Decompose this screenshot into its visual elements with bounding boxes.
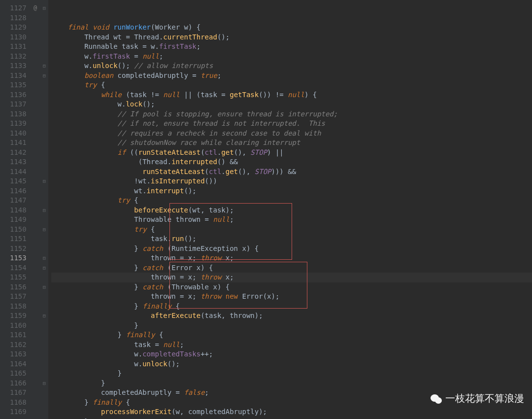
gutter-override-cell bbox=[31, 282, 40, 292]
code-line[interactable]: Runnable task = w.firstTask; bbox=[51, 42, 532, 52]
gutter-override-cell bbox=[31, 215, 40, 225]
fold-toggle-icon[interactable] bbox=[40, 61, 48, 71]
fold-toggle-icon[interactable] bbox=[40, 263, 48, 273]
fold-cell bbox=[40, 369, 48, 379]
gutter-override-cell bbox=[31, 225, 40, 235]
code-line[interactable]: Thread wt = Thread.currentThread(); bbox=[51, 33, 532, 42]
code-line[interactable]: w.lock(); bbox=[51, 100, 532, 109]
fold-cell bbox=[40, 109, 48, 119]
code-line[interactable]: } bbox=[51, 369, 532, 379]
fold-toggle-icon[interactable] bbox=[40, 71, 48, 81]
gutter-override-cell bbox=[31, 80, 40, 90]
code-line[interactable]: // shutdownNow race while clearing inter… bbox=[51, 138, 532, 148]
fold-cell bbox=[40, 13, 48, 23]
code-editor[interactable]: 1127112811291130113111321133113411351136… bbox=[0, 0, 532, 419]
code-line[interactable]: } catch (Throwable x) { bbox=[51, 282, 532, 292]
gutter-override-cell bbox=[31, 263, 40, 273]
fold-cell bbox=[40, 119, 48, 129]
code-line[interactable]: runStateAtLeast(ctl.get(), STOP))) && bbox=[51, 167, 532, 177]
code-line[interactable]: thrown = x; throw x; bbox=[51, 253, 532, 263]
code-line[interactable]: } finally { bbox=[51, 330, 532, 340]
fold-toggle-icon[interactable] bbox=[40, 176, 48, 186]
gutter-override-cell bbox=[31, 349, 40, 359]
gutter-override-cell bbox=[31, 302, 40, 312]
code-line[interactable]: } bbox=[51, 379, 532, 388]
fold-cell bbox=[40, 100, 48, 109]
code-line[interactable]: // If pool is stopping, ensure thread is… bbox=[51, 109, 532, 119]
code-line[interactable]: thrown = x; throw x; bbox=[51, 273, 532, 282]
fold-cell bbox=[40, 244, 48, 254]
fold-cell bbox=[40, 292, 48, 302]
fold-cell bbox=[40, 90, 48, 100]
line-number: 1143 bbox=[10, 157, 27, 167]
code-line[interactable]: w.firstTask = null; bbox=[51, 52, 532, 62]
code-line[interactable]: (Thread.interrupted() && bbox=[51, 157, 532, 167]
line-number: 1166 bbox=[10, 379, 27, 388]
code-line[interactable]: boolean completedAbruptly = true; bbox=[51, 71, 532, 81]
code-line[interactable]: try { bbox=[51, 225, 532, 235]
code-line[interactable]: try { bbox=[51, 80, 532, 90]
line-number: 1151 bbox=[10, 234, 27, 244]
line-number: 1159 bbox=[10, 311, 27, 321]
code-line[interactable]: } bbox=[51, 417, 532, 419]
code-line[interactable]: } catch (RuntimeException x) { bbox=[51, 244, 532, 254]
gutter-override-cell bbox=[31, 369, 40, 379]
line-number: 1152 bbox=[10, 244, 27, 254]
code-line[interactable]: } bbox=[51, 321, 532, 331]
code-line[interactable]: !wt.isInterrupted()) bbox=[51, 176, 532, 186]
fold-toggle-icon[interactable] bbox=[40, 206, 48, 215]
line-number: 1150 bbox=[10, 225, 27, 235]
fold-toggle-icon[interactable] bbox=[40, 311, 48, 321]
line-number: 1157 bbox=[10, 292, 27, 302]
code-line[interactable]: w.completedTasks++; bbox=[51, 349, 532, 359]
line-number: 1138 bbox=[10, 109, 27, 119]
code-line[interactable]: task = null; bbox=[51, 340, 532, 350]
fold-cell bbox=[40, 302, 48, 312]
fold-cell bbox=[40, 157, 48, 167]
code-line[interactable]: Throwable thrown = null; bbox=[51, 215, 532, 225]
fold-column[interactable] bbox=[40, 0, 48, 419]
fold-toggle-icon[interactable] bbox=[40, 282, 48, 292]
override-icon[interactable]: @ bbox=[31, 3, 40, 13]
fold-cell bbox=[40, 340, 48, 350]
code-line[interactable]: } catch (Error x) { bbox=[51, 263, 532, 273]
code-line[interactable]: wt.interrupt(); bbox=[51, 186, 532, 196]
code-line[interactable]: beforeExecute(wt, task); bbox=[51, 206, 532, 215]
fold-cell bbox=[40, 186, 48, 196]
gutter-override-cell bbox=[31, 398, 40, 408]
code-line[interactable]: } finally { bbox=[51, 302, 532, 312]
code-line[interactable]: // if not, ensure thread is not interrup… bbox=[51, 119, 532, 129]
gutter-override-cell bbox=[31, 138, 40, 148]
code-line[interactable]: w.unlock(); bbox=[51, 359, 532, 369]
gutter-override-cell bbox=[31, 234, 40, 244]
fold-toggle-icon[interactable] bbox=[40, 225, 48, 235]
line-number: 1162 bbox=[10, 340, 27, 350]
code-line[interactable]: while (task != null || (task = getTask()… bbox=[51, 90, 532, 100]
gutter-override-cell bbox=[31, 176, 40, 186]
code-line[interactable]: afterExecute(task, thrown); bbox=[51, 311, 532, 321]
fold-cell bbox=[40, 196, 48, 206]
gutter-override-cell bbox=[31, 100, 40, 109]
line-number: 1148 bbox=[10, 206, 27, 215]
fold-toggle-icon[interactable] bbox=[40, 253, 48, 263]
line-number: 1144 bbox=[10, 167, 27, 177]
fold-toggle-icon[interactable] bbox=[40, 3, 48, 13]
code-line[interactable]: thrown = x; throw new Error(x); bbox=[51, 292, 532, 302]
line-number: 1128 bbox=[10, 13, 27, 23]
code-line[interactable]: final void runWorker(Worker w) { bbox=[51, 23, 532, 33]
gutter-override-cell bbox=[31, 167, 40, 177]
code-line[interactable]: // requires a recheck in second case to … bbox=[51, 129, 532, 139]
gutter-override-cell bbox=[31, 61, 40, 71]
fold-cell bbox=[40, 273, 48, 282]
fold-cell bbox=[40, 167, 48, 177]
code-line[interactable]: w.unlock(); // allow interrupts bbox=[51, 61, 532, 71]
code-line[interactable]: task.run(); bbox=[51, 234, 532, 244]
wechat-icon bbox=[430, 392, 442, 405]
gutter-override-cell bbox=[31, 330, 40, 340]
fold-toggle-icon[interactable] bbox=[40, 379, 48, 388]
fold-cell bbox=[40, 42, 48, 52]
gutter-override-cell bbox=[31, 109, 40, 119]
code-line[interactable]: processWorkerExit(w, completedAbruptly); bbox=[51, 407, 532, 417]
code-line[interactable]: try { bbox=[51, 196, 532, 206]
code-line[interactable]: if ((runStateAtLeast(ctl.get(), STOP) || bbox=[51, 148, 532, 158]
